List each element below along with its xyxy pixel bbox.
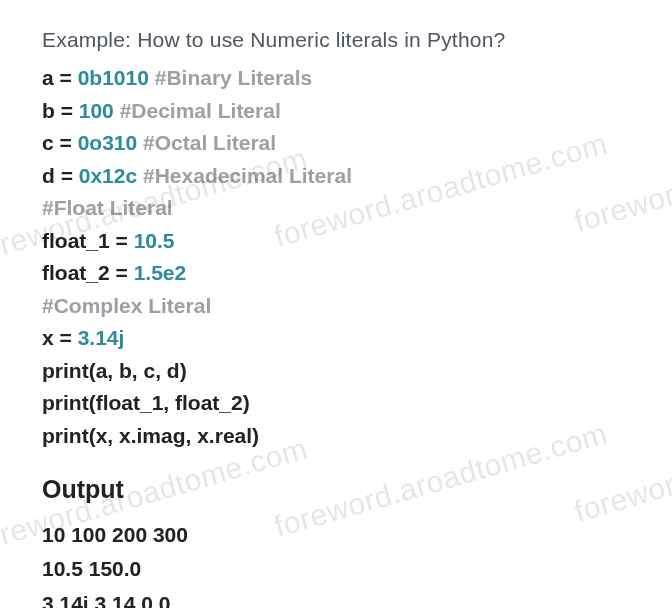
output-line-3: 3.14j 3.14 0.0 [42, 587, 642, 608]
comment-decimal: #Decimal Literal [120, 99, 281, 122]
code-line-8: #Complex Literal [42, 290, 642, 323]
variable-float2: float_2 [42, 261, 110, 284]
literal-octal: 0o310 [78, 131, 138, 154]
literal-float1: 10.5 [134, 229, 175, 252]
variable-b: b [42, 99, 55, 122]
code-line-12: print(x, x.imag, x.real) [42, 420, 642, 453]
variable-a: a [42, 66, 54, 89]
output-line-2: 10.5 150.0 [42, 552, 642, 587]
literal-binary: 0b1010 [78, 66, 149, 89]
code-block: a = 0b1010 #Binary Literals b = 100 #Dec… [42, 62, 642, 453]
literal-complex: 3.14j [78, 326, 125, 349]
variable-c: c [42, 131, 54, 154]
literal-decimal: 100 [79, 99, 114, 122]
comment-float-heading: #Float Literal [42, 196, 173, 219]
literal-hex: 0x12c [79, 164, 137, 187]
code-line-6: float_1 = 10.5 [42, 225, 642, 258]
comment-hex: #Hexadecimal Literal [143, 164, 352, 187]
equals-sign: = [54, 66, 78, 89]
comment-octal: #Octal Literal [143, 131, 276, 154]
variable-d: d [42, 164, 55, 187]
equals-sign: = [110, 229, 134, 252]
example-container: Example: How to use Numeric literals in … [0, 0, 672, 608]
code-line-1: a = 0b1010 #Binary Literals [42, 62, 642, 95]
code-line-5: #Float Literal [42, 192, 642, 225]
equals-sign: = [54, 131, 78, 154]
comment-complex-heading: #Complex Literal [42, 294, 211, 317]
output-heading: Output [42, 475, 642, 504]
example-title: Example: How to use Numeric literals in … [42, 28, 642, 52]
code-line-10: print(a, b, c, d) [42, 355, 642, 388]
code-line-11: print(float_1, float_2) [42, 387, 642, 420]
literal-float2: 1.5e2 [134, 261, 187, 284]
code-line-3: c = 0o310 #Octal Literal [42, 127, 642, 160]
code-line-9: x = 3.14j [42, 322, 642, 355]
comment-binary: #Binary Literals [155, 66, 313, 89]
variable-float1: float_1 [42, 229, 110, 252]
output-line-1: 10 100 200 300 [42, 518, 642, 553]
equals-sign: = [55, 99, 79, 122]
print-floats: print(float_1, float_2) [42, 391, 250, 414]
equals-sign: = [54, 326, 78, 349]
code-line-7: float_2 = 1.5e2 [42, 257, 642, 290]
print-complex: print(x, x.imag, x.real) [42, 424, 259, 447]
code-line-4: d = 0x12c #Hexadecimal Literal [42, 160, 642, 193]
print-integers: print(a, b, c, d) [42, 359, 187, 382]
code-line-2: b = 100 #Decimal Literal [42, 95, 642, 128]
equals-sign: = [55, 164, 79, 187]
variable-x: x [42, 326, 54, 349]
equals-sign: = [110, 261, 134, 284]
output-block: 10 100 200 300 10.5 150.0 3.14j 3.14 0.0 [42, 518, 642, 608]
